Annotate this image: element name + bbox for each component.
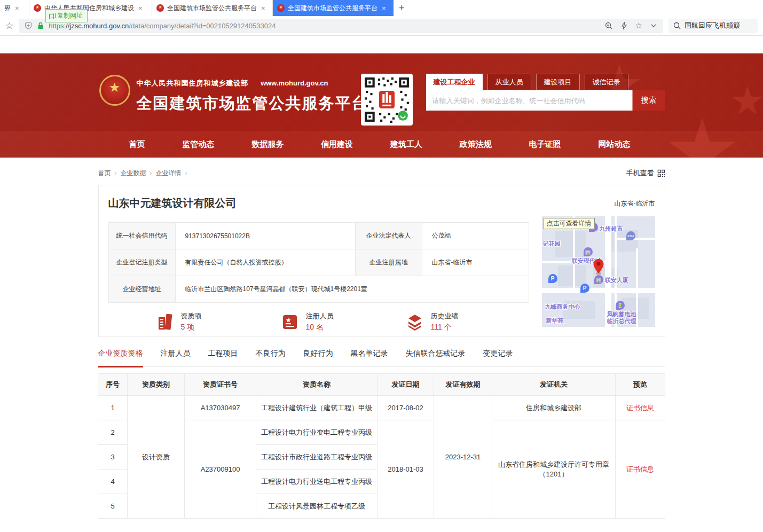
certificate-info-link[interactable]: 证书信息 xyxy=(626,465,654,473)
tab-qualifications[interactable]: 企业资质资格 xyxy=(98,349,143,367)
field-label: 统一社会信用代码 xyxy=(108,223,175,249)
cell-cert-no: A137030497 xyxy=(185,396,256,420)
nav-item-policy[interactable]: 政策法规 xyxy=(460,139,492,150)
map-label: 新华苑 xyxy=(546,317,564,325)
close-icon[interactable]: × xyxy=(381,4,387,12)
breadcrumb: 首页 › 企业数据 › 企业详情 › 手机查看 xyxy=(98,168,665,178)
header-search-widget: 建设工程企业 从业人员 建设项目 诚信记录 搜索 xyxy=(426,74,665,111)
cell-name: 工程设计风景园林工程专项乙级 xyxy=(256,494,377,519)
nav-item-site-news[interactable]: 网站动态 xyxy=(598,139,630,150)
site-title: 全国建筑市场监管公共服务平台 xyxy=(137,93,368,114)
field-value-address: 临沂市兰山区陶然路107号星河晶都（联安）现代城1号楼2201室 xyxy=(175,276,529,303)
field-value-registration-type: 有限责任公司（自然人投资或控股） xyxy=(175,249,355,276)
mobile-view-link[interactable]: 手机查看 xyxy=(626,168,665,178)
map-tooltip: 点击可查看详情 xyxy=(544,218,595,229)
tab-projects[interactable]: 工程项目 xyxy=(208,349,238,366)
certificate-info-link[interactable]: 证书信息 xyxy=(626,404,654,412)
tab-bad-behavior[interactable]: 不良行为 xyxy=(256,349,286,366)
cell-no: 1 xyxy=(98,396,128,420)
breadcrumb-enterprise-data[interactable]: 企业数据 xyxy=(121,169,146,178)
breadcrumb-enterprise-detail[interactable]: 企业详情 xyxy=(156,169,182,178)
cell-issue-date: 2017-08-02 xyxy=(377,396,434,420)
new-tab-button[interactable]: + xyxy=(394,3,410,14)
field-label: 企业经营地址 xyxy=(108,276,175,303)
tab-title: 全国建筑市场监管公共服务平台 xyxy=(167,4,257,13)
cell-authority: 山东省住房和城乡建设厅许可专用章 （1201） xyxy=(492,420,616,519)
search-button[interactable]: 搜索 xyxy=(632,90,665,111)
col-header-category: 资质类别 xyxy=(128,374,185,396)
field-label: 企业登记注册类型 xyxy=(108,249,175,276)
tab-title: 界 xyxy=(4,4,11,13)
map-parking-icon: P xyxy=(580,284,589,293)
tab-registered-personnel[interactable]: 注册人员 xyxy=(161,349,191,366)
nav-item-home[interactable]: 首页 xyxy=(129,139,145,150)
certificate-book-icon xyxy=(280,312,300,332)
search-icon xyxy=(673,21,681,30)
nav-item-e-license[interactable]: 电子证照 xyxy=(529,139,561,150)
header-qr-code xyxy=(361,74,413,126)
table-row: 1 设计资质 A137030497 工程设计建筑行业（建筑工程）甲级 2017-… xyxy=(98,396,665,420)
nav-item-data-service[interactable]: 数据服务 xyxy=(251,139,284,150)
company-stats: 资质项 5 项 注册人员 10 名 历史业绩 111 个 xyxy=(108,311,530,332)
col-header-no: 序号 xyxy=(98,374,128,396)
emblem-favicon-icon xyxy=(277,4,285,12)
nav-item-credit[interactable]: 信用建设 xyxy=(321,139,353,150)
breadcrumb-separator: › xyxy=(150,169,152,177)
map-label: 联安大厦 xyxy=(605,276,628,284)
zoom-out-icon[interactable] xyxy=(604,21,613,30)
breadcrumb-separator: › xyxy=(185,169,187,177)
search-tab-credit[interactable]: 诚信记录 xyxy=(585,74,628,90)
field-value-credit-code: 91371302675501022B xyxy=(175,223,355,249)
qr-code-image xyxy=(364,76,410,123)
stat-qualifications: 资质项 5 项 xyxy=(155,311,280,332)
stat-label: 注册人员 xyxy=(306,311,334,321)
location-map[interactable]: 🛒 九州超市 ATM 记花园 🏢 联安现代城 🏢 联安大厦 P P 九峰商务中心… xyxy=(542,216,655,327)
copy-url-tooltip: 复制网址 xyxy=(45,9,88,22)
nav-item-workers[interactable]: 建筑工人 xyxy=(390,139,422,150)
search-input[interactable] xyxy=(426,90,632,111)
bookmark-star-icon[interactable]: ☆ xyxy=(5,20,13,32)
url-scheme: https xyxy=(49,22,64,30)
stat-label: 资质项 xyxy=(181,311,202,321)
address-bar[interactable]: https://jzsc.mohurd.gov.cn/data/company/… xyxy=(19,19,663,33)
chevron-down-icon[interactable] xyxy=(649,21,658,30)
nav-item-supervision[interactable]: 监管动态 xyxy=(182,139,214,150)
ministry-name: 中华人民共和国住房和城乡建设部 xyxy=(137,79,249,87)
lightning-icon[interactable] xyxy=(620,21,628,30)
main-nav: 首页 监管动态 数据服务 信用建设 建筑工人 政策法规 电子证照 网站动态 xyxy=(0,131,763,158)
cell-name: 工程设计建筑行业（建筑工程）甲级 xyxy=(256,396,377,420)
url-text: https://jzsc.mohurd.gov.cn/data/company/… xyxy=(49,22,276,30)
browser-tab-bar: 界 × 中华人民共和国住房和城乡建设 × 全国建筑市场监管公共服务平台 × 全国… xyxy=(0,0,763,16)
map-building-icon: 🏢 xyxy=(594,275,603,284)
emblem-favicon-icon xyxy=(34,4,41,12)
url-host: ://jzsc.mohurd.gov.cn xyxy=(64,22,129,30)
tab-change-records[interactable]: 变更记录 xyxy=(483,349,513,366)
favorite-star-icon[interactable]: ☆ xyxy=(635,21,642,30)
cell-no: 2 xyxy=(98,420,128,445)
search-tab-enterprise[interactable]: 建设工程企业 xyxy=(426,74,483,90)
breadcrumb-home[interactable]: 首页 xyxy=(98,169,111,178)
col-header-preview: 预览 xyxy=(616,374,665,396)
close-icon[interactable]: × xyxy=(137,4,144,12)
company-region: 山东省-临沂市 xyxy=(615,199,655,208)
close-icon[interactable]: × xyxy=(14,4,20,12)
browser-tab-3-active[interactable]: 全国建筑市场监管公共服务平台 × xyxy=(273,0,394,16)
cell-no: 3 xyxy=(98,445,128,470)
search-tab-project[interactable]: 建设项目 xyxy=(536,74,580,90)
cell-category: 设计资质 xyxy=(128,396,185,519)
layers-icon xyxy=(405,312,424,332)
search-category-tabs: 建设工程企业 从业人员 建设项目 诚信记录 xyxy=(426,74,665,90)
stat-history-performance: 历史业绩 111 个 xyxy=(405,311,530,332)
news-search-box[interactable]: 国航回应飞机颠簸 xyxy=(668,19,758,33)
field-label: 企业法定代表人 xyxy=(355,223,422,249)
close-icon[interactable]: × xyxy=(260,4,266,12)
browser-tab-2[interactable]: 全国建筑市场监管公共服务平台 × xyxy=(152,0,273,16)
tab-blacklist[interactable]: 黑名单记录 xyxy=(351,349,388,366)
shield-icon[interactable] xyxy=(24,21,33,30)
tab-good-behavior[interactable]: 良好行为 xyxy=(303,349,333,366)
search-tab-personnel[interactable]: 从业人员 xyxy=(487,74,531,90)
tab-dishonesty-records[interactable]: 失信联合惩戒记录 xyxy=(406,349,466,366)
search-bar: 搜索 xyxy=(426,90,665,111)
stat-value: 10 名 xyxy=(306,323,334,332)
browser-tab-0[interactable]: 界 × xyxy=(0,0,29,16)
